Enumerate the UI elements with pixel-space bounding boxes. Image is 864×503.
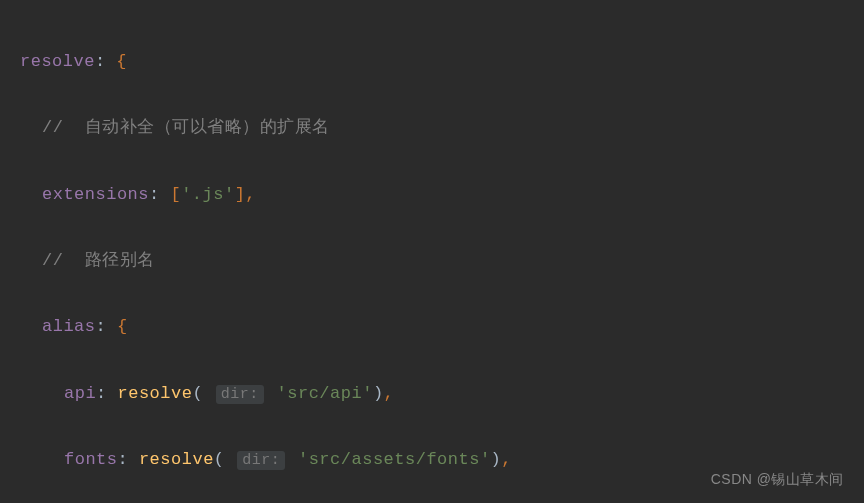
property-name: resolve [20,52,95,71]
code-block: resolve: { // 自动补全（可以省略）的扩展名 extensions:… [20,12,844,503]
property-name: alias [42,317,96,336]
code-line: resolve: { [20,45,844,78]
comment: // 自动补全（可以省略）的扩展名 [42,118,330,137]
brace: { [116,52,127,71]
comment: // 路径别名 [42,251,155,270]
param-hint: dir: [237,451,285,470]
watermark: CSDN @锡山草木间 [711,466,844,493]
string-literal: '.js' [181,185,235,204]
function-call: resolve [139,450,214,469]
param-hint: dir: [216,385,264,404]
string-literal: 'src/api' [277,384,373,403]
code-line: extensions: ['.js'], [20,178,844,211]
function-call: resolve [118,384,193,403]
code-line: // 自动补全（可以省略）的扩展名 [20,111,844,144]
code-line: alias: { [20,310,844,343]
property-name: extensions [42,185,149,204]
string-literal: 'src/assets/fonts' [298,450,491,469]
code-line: api: resolve( dir: 'src/api'), [20,377,844,410]
brace: { [117,317,128,336]
property-name: fonts [64,450,118,469]
property-name: api [64,384,96,403]
code-line: // 路径别名 [20,244,844,277]
